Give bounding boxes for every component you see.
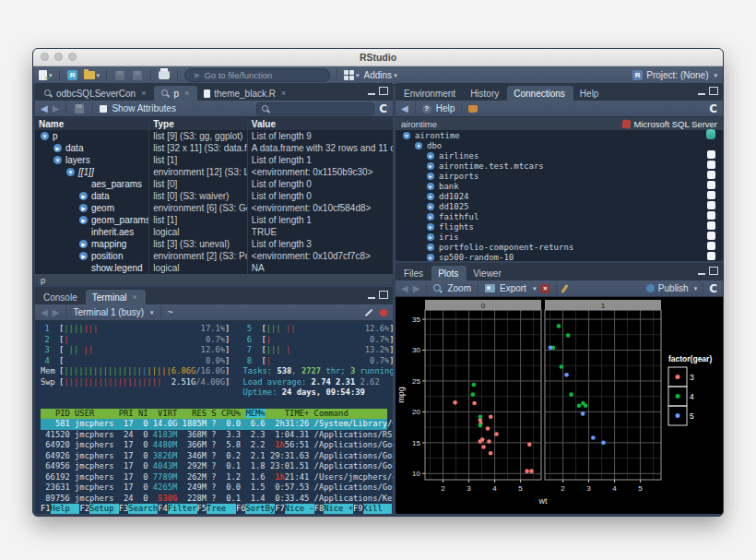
conn-tab-connections[interactable]: Connections bbox=[507, 86, 573, 101]
connection-tree-item[interactable]: ▶portfolio-component-returns bbox=[396, 242, 723, 252]
object-row[interactable]: ▶inherit.aeslogicalTRUE bbox=[35, 226, 393, 238]
print-button[interactable] bbox=[158, 69, 171, 82]
minimize-window-button[interactable] bbox=[54, 53, 63, 61]
process-table-header[interactable]: PID USER PRI NI VIRT RES S CPU% MEM% TIM… bbox=[41, 409, 387, 420]
expand-icon[interactable]: ▶ bbox=[79, 204, 88, 212]
expand-icon[interactable]: ▶ bbox=[427, 233, 434, 241]
view-table-button[interactable] bbox=[707, 201, 715, 211]
view-table-button[interactable] bbox=[707, 161, 715, 171]
object-row[interactable]: ▶geom_paramslist [1]List of length 1 bbox=[35, 214, 393, 226]
project-menu-button[interactable]: R Project: (None) ▾ bbox=[632, 70, 717, 80]
process-row[interactable]: 89756 jmcphers 24 0 530G 228M ? 0.1 1.4 … bbox=[41, 494, 387, 505]
refresh-button[interactable]: C bbox=[709, 102, 717, 115]
new-file-button[interactable]: ▾ bbox=[39, 69, 53, 82]
term-tab-console[interactable]: Console bbox=[37, 290, 86, 304]
minimize-pane-icon[interactable] bbox=[368, 93, 375, 95]
expand-icon[interactable]: ▶ bbox=[427, 173, 434, 180]
connection-tree-item[interactable]: ▼dbo bbox=[396, 140, 723, 150]
source-tab-theme-black-r[interactable]: theme_black.R× bbox=[197, 86, 294, 101]
process-row[interactable]: 64926 jmcphers 17 0 3826M 346M ? 0.2 2.1… bbox=[41, 451, 387, 462]
connection-tree-item[interactable]: ▶dd1025 bbox=[396, 201, 723, 211]
object-row[interactable]: ▶geomenvironment [6] (S3: GeomPoi<enviro… bbox=[35, 202, 393, 214]
object-row[interactable]: ▼plist [9] (S3: gg, ggplot)List of lengt… bbox=[35, 130, 393, 142]
view-table-button[interactable] bbox=[707, 232, 715, 242]
previous-plot-icon[interactable]: ◀ bbox=[401, 284, 408, 293]
collapse-icon[interactable]: ▼ bbox=[41, 132, 49, 140]
show-attributes-checkbox[interactable] bbox=[100, 105, 107, 113]
conn-tab-history[interactable]: History bbox=[464, 86, 507, 101]
back-icon[interactable]: ◀ bbox=[401, 104, 408, 113]
column-header-value[interactable]: Value bbox=[248, 117, 393, 130]
object-row[interactable]: ▶datalist [0] (S3: waiver)List of length… bbox=[35, 190, 393, 202]
forward-icon[interactable]: ▶ bbox=[53, 308, 60, 317]
close-window-button[interactable] bbox=[41, 53, 49, 61]
maximize-pane-icon[interactable] bbox=[379, 291, 388, 299]
source-tab-p[interactable]: p× bbox=[154, 86, 197, 101]
connection-tree-item[interactable]: ▼airontime bbox=[396, 130, 723, 140]
expand-icon[interactable]: ▶ bbox=[427, 213, 434, 220]
plots-tab-files[interactable]: Files bbox=[397, 266, 431, 280]
remove-plot-icon[interactable]: × bbox=[540, 284, 549, 293]
object-row[interactable]: ▶mappinglist [3] (S3: uneval)List of len… bbox=[35, 238, 393, 250]
new-connection-icon[interactable] bbox=[468, 105, 478, 113]
help-label[interactable]: Help bbox=[436, 103, 455, 113]
view-table-button[interactable] bbox=[707, 181, 715, 191]
expand-icon[interactable]: ▶ bbox=[79, 216, 88, 224]
expand-icon[interactable]: ▶ bbox=[427, 152, 434, 160]
connection-name[interactable]: airontime bbox=[401, 119, 437, 129]
process-row[interactable]: 64956 jmcphers 17 0 4043M 292M ? 0.1 1.8… bbox=[41, 461, 387, 472]
open-file-button[interactable]: ▾ bbox=[84, 69, 100, 82]
connection-tree-item[interactable]: ▶iris bbox=[396, 232, 723, 242]
column-header-name[interactable]: Name bbox=[35, 117, 149, 130]
column-header-type[interactable]: Type bbox=[149, 117, 248, 130]
forward-icon[interactable]: ▶ bbox=[53, 104, 60, 113]
object-row[interactable]: ▶datalist [32 x 11] (S3: data.frame)A da… bbox=[35, 142, 393, 154]
expand-icon[interactable]: ▶ bbox=[427, 223, 434, 231]
term-tab-terminal[interactable]: Terminal× bbox=[86, 290, 146, 304]
view-table-button[interactable] bbox=[707, 171, 715, 181]
goto-file-input[interactable]: ➤Go to file/function bbox=[184, 68, 330, 82]
maximize-pane-icon[interactable] bbox=[379, 87, 388, 95]
object-row[interactable]: ▼layerslist [1]List of length 1 bbox=[35, 154, 393, 166]
new-project-button[interactable]: R bbox=[66, 69, 79, 82]
clear-plots-icon[interactable] bbox=[561, 284, 569, 293]
expand-icon[interactable]: ▶ bbox=[427, 162, 434, 170]
connection-tree-item[interactable]: ▶faithful bbox=[396, 211, 723, 221]
workspace-panes-button[interactable]: ▾ bbox=[344, 69, 360, 82]
zoom-plot-icon[interactable] bbox=[433, 284, 443, 293]
collapse-icon[interactable]: ▼ bbox=[66, 168, 75, 176]
connection-tree-item[interactable]: ▶sp500-random-10 bbox=[396, 252, 723, 261]
process-row[interactable]: 23631 jmcphers 17 0 4265M 249M ? 0.0 1.5… bbox=[41, 483, 387, 494]
save-all-button[interactable] bbox=[131, 69, 144, 82]
process-row[interactable]: 581 jmcphers 17 0 14.0G 1885M ? 0.0 6.6 … bbox=[41, 419, 387, 430]
collapse-icon[interactable]: ▼ bbox=[403, 132, 410, 139]
object-row[interactable]: ▶positionenvironment [2] (S3: PositionI<… bbox=[35, 250, 393, 262]
save-button[interactable] bbox=[113, 69, 126, 82]
minimize-pane-icon[interactable] bbox=[368, 297, 375, 299]
expand-icon[interactable]: ▶ bbox=[427, 203, 434, 210]
view-table-button[interactable] bbox=[707, 191, 715, 201]
zoom-window-button[interactable] bbox=[68, 53, 77, 61]
conn-tab-environment[interactable]: Environment bbox=[397, 86, 464, 101]
export-label[interactable]: Export bbox=[500, 283, 526, 293]
publish-label[interactable]: Publish bbox=[658, 283, 689, 293]
process-row[interactable]: 64920 jmcphers 17 0 4480M 366M ? 5.8 2.2… bbox=[41, 440, 387, 451]
minimize-pane-icon[interactable] bbox=[698, 93, 705, 95]
process-row[interactable]: 66192 jmcphers 17 0 7789M 262M ? 1.2 1.6… bbox=[41, 472, 387, 483]
expand-icon[interactable]: ▶ bbox=[53, 144, 62, 152]
object-row[interactable]: ▶aes_paramslist [0]List of length 0 bbox=[35, 178, 393, 190]
expand-icon[interactable]: ▶ bbox=[427, 193, 434, 200]
minimize-pane-icon[interactable] bbox=[698, 273, 705, 275]
process-row[interactable]: 41520 jmcphers 24 0 4183M 368M ? 3.3 2.3… bbox=[41, 430, 387, 441]
object-search-input[interactable] bbox=[256, 102, 374, 115]
connection-tree-item[interactable]: ▶airports bbox=[396, 171, 723, 181]
expand-icon[interactable]: ▶ bbox=[79, 240, 88, 248]
expand-icon[interactable]: ▶ bbox=[427, 183, 434, 190]
maximize-pane-icon[interactable] bbox=[709, 87, 718, 95]
next-plot-icon[interactable]: ▶ bbox=[413, 284, 420, 293]
expand-icon[interactable]: ▶ bbox=[427, 254, 434, 261]
connection-tree-item[interactable]: ▶airontime.test.mtcars bbox=[396, 161, 723, 171]
object-row[interactable]: ▼[[1]]environment [12] (S3: LayerIn<envi… bbox=[35, 166, 393, 178]
expand-icon[interactable]: ▶ bbox=[427, 244, 434, 251]
back-icon[interactable]: ◀ bbox=[41, 308, 48, 317]
